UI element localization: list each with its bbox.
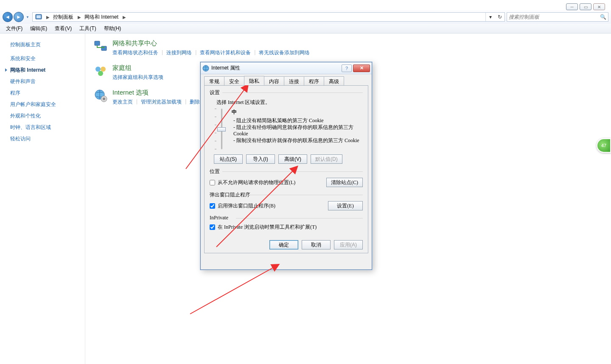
privacy-bullet-3: - 限制没有经你默许就保存你的联系信息的第三方 Cookie xyxy=(233,137,363,144)
default-button[interactable]: 默认值(D) xyxy=(311,154,342,164)
privacy-slider[interactable] xyxy=(217,109,226,149)
inprivate-checkbox-label: 在 InPrivate 浏览启动时禁用工具栏和扩展(T) xyxy=(218,224,317,231)
svg-point-5 xyxy=(101,67,106,72)
category-network-sharing: 网络和共享中心 查看网络状态和任务| 连接到网络| 查看网络计算机和设备| 将无… xyxy=(94,39,603,56)
homegroup-icon xyxy=(94,64,107,78)
breadcrumb-seg-1[interactable]: 控制面板 xyxy=(51,13,76,21)
sidebar-item-home[interactable]: 控制面板主页 xyxy=(10,41,85,48)
tab-content[interactable]: 内容 xyxy=(264,76,284,86)
apply-button[interactable]: 应用(A) xyxy=(334,240,363,249)
tab-connections[interactable]: 连接 xyxy=(284,76,304,86)
clear-sites-button[interactable]: 清除站点(C) xyxy=(326,178,363,187)
sidebar-item-appearance[interactable]: 外观和个性化 xyxy=(10,112,85,120)
svg-point-6 xyxy=(98,71,103,76)
breadcrumb-seg-2[interactable]: 网络和 Internet xyxy=(83,13,121,21)
bc-arrow[interactable]: ▶ xyxy=(76,15,83,20)
link-change-homepage[interactable]: 更改主页 xyxy=(112,98,133,106)
tab-security[interactable]: 安全 xyxy=(224,76,244,86)
tab-privacy[interactable]: 隐私 xyxy=(244,76,264,85)
sidebar: 控制面板主页 系统和安全 网络和 Internet 硬件和声音 程序 用户帐户和… xyxy=(0,34,85,364)
advanced-button[interactable]: 高级(V) xyxy=(278,154,307,164)
cancel-button[interactable]: 取消 xyxy=(302,240,331,249)
search-input[interactable] xyxy=(509,14,600,20)
network-sharing-icon xyxy=(94,39,107,53)
back-button[interactable]: ◄ xyxy=(3,12,13,22)
tab-page-privacy: 设置 选择 Internet 区域设置。 中 - 阻止没有精简隐私策略的第三方 … xyxy=(204,85,368,253)
link-homegroup-options[interactable]: 选择家庭组和共享选项 xyxy=(112,74,163,81)
dialog-body: 常规 安全 隐私 内容 连接 程序 高级 设置 选择 Internet 区域设置… xyxy=(201,74,372,257)
privacy-bullet-2: - 阻止没有经你明确同意就保存你的联系信息的第三方 Cookie xyxy=(233,124,363,137)
popup-blocker-label: 启用弹出窗口阻止程序(B) xyxy=(218,202,275,210)
slider-info: 中 - 阻止没有精简隐私策略的第三方 Cookie - 阻止没有经你明确同意就保… xyxy=(234,109,363,149)
group-location-header: 位置 xyxy=(210,168,363,175)
nav-bar: ◄ ► ▼ ▶ 控制面板 ▶ 网络和 Internet ▶ ▾ ↻ 🔍 xyxy=(0,10,611,24)
menu-bar: 文件(F) 编辑(E) 查看(V) 工具(T) 帮助(H) xyxy=(0,24,611,34)
dialog-help-button[interactable]: ? xyxy=(342,64,352,72)
ok-button[interactable]: 确定 xyxy=(269,240,298,249)
location-checkbox-label: 从不允许网站请求你的物理位置(L) xyxy=(218,179,295,186)
nav-history-dropdown[interactable]: ▼ xyxy=(25,12,31,22)
dialog-title: Internet 属性 xyxy=(211,64,240,72)
sidebar-item-users[interactable]: 用户帐户和家庭安全 xyxy=(10,101,85,108)
close-window-button[interactable]: ✕ xyxy=(593,3,605,10)
minimize-button[interactable]: ─ xyxy=(566,3,578,10)
popup-blocker-checkbox[interactable] xyxy=(210,203,215,209)
menu-file[interactable]: 文件(F) xyxy=(3,24,26,33)
breadcrumb-dropdown[interactable]: ▾ xyxy=(486,13,495,21)
inprivate-checkbox[interactable] xyxy=(210,224,215,230)
link-view-computers[interactable]: 查看网络计算机和设备 xyxy=(200,49,251,56)
sidebar-item-clock[interactable]: 时钟、语言和区域 xyxy=(10,124,85,131)
menu-tools[interactable]: 工具(T) xyxy=(76,24,99,33)
search-box[interactable]: 🔍 xyxy=(507,12,608,22)
menu-help[interactable]: 帮助(H) xyxy=(101,24,125,33)
tab-general[interactable]: 常规 xyxy=(204,76,224,86)
location-checkbox[interactable] xyxy=(210,180,215,185)
dialog-footer: 确定 取消 应用(A) xyxy=(269,240,363,249)
svg-point-4 xyxy=(95,67,101,72)
internet-properties-dialog: Internet 属性 ? ✕ 常规 安全 隐私 内容 连接 程序 高级 设置 … xyxy=(200,62,372,270)
svg-point-9 xyxy=(103,98,105,100)
settings-description: 选择 Internet 区域设置。 xyxy=(216,99,363,106)
popup-settings-button[interactable]: 设置(E) xyxy=(328,201,363,210)
bc-arrow[interactable]: ▶ xyxy=(121,15,128,20)
dialog-close-button[interactable]: ✕ xyxy=(353,64,370,72)
link-connect[interactable]: 连接到网络 xyxy=(166,49,192,56)
refresh-button[interactable]: ↻ xyxy=(495,13,504,21)
search-icon[interactable]: 🔍 xyxy=(600,14,606,20)
floating-badge[interactable]: 47 xyxy=(597,138,611,153)
sidebar-item-programs[interactable]: 程序 xyxy=(10,90,85,97)
sidebar-item-ease[interactable]: 轻松访问 xyxy=(10,135,85,143)
group-settings-header: 设置 xyxy=(210,89,363,96)
forward-button[interactable]: ► xyxy=(14,12,24,22)
svg-rect-1 xyxy=(36,15,41,18)
tab-advanced[interactable]: 高级 xyxy=(324,76,344,86)
import-button[interactable]: 导入(I) xyxy=(246,154,275,164)
window-controls: ─ ▭ ✕ xyxy=(566,3,605,10)
link-add-wireless[interactable]: 将无线设备添加到网络 xyxy=(259,49,310,56)
globe-icon xyxy=(202,65,209,72)
cp-icon xyxy=(34,13,43,21)
privacy-bullet-1: - 阻止没有精简隐私策略的第三方 Cookie xyxy=(233,118,363,124)
dialog-title-bar[interactable]: Internet 属性 ? ✕ xyxy=(201,62,372,74)
breadcrumb[interactable]: ▶ 控制面板 ▶ 网络和 Internet ▶ ▾ ↻ xyxy=(32,12,505,22)
privacy-level-label: 中 xyxy=(232,109,363,116)
maximize-button[interactable]: ▭ xyxy=(580,3,591,10)
group-popup-header: 弹出窗口阻止程序 xyxy=(210,191,363,199)
bc-arrow[interactable]: ▶ xyxy=(45,15,51,20)
menu-edit[interactable]: 编辑(E) xyxy=(27,24,50,33)
menu-view[interactable]: 查看(V) xyxy=(51,24,75,33)
sidebar-item-system[interactable]: 系统和安全 xyxy=(10,55,85,62)
tab-programs[interactable]: 程序 xyxy=(304,76,324,86)
link-view-status[interactable]: 查看网络状态和任务 xyxy=(112,49,158,56)
sites-button[interactable]: 站点(S) xyxy=(214,154,243,164)
category-title[interactable]: 家庭组 xyxy=(112,64,163,72)
sidebar-item-network[interactable]: 网络和 Internet xyxy=(10,67,85,74)
group-inprivate-header: InPrivate xyxy=(210,215,363,221)
link-manage-addons[interactable]: 管理浏览器加载项 xyxy=(141,98,182,106)
internet-options-icon xyxy=(94,89,107,102)
svg-rect-2 xyxy=(95,41,100,45)
sidebar-item-hardware[interactable]: 硬件和声音 xyxy=(10,78,85,85)
tab-strip: 常规 安全 隐私 内容 连接 程序 高级 xyxy=(204,76,368,85)
category-title[interactable]: 网络和共享中心 xyxy=(112,39,310,48)
